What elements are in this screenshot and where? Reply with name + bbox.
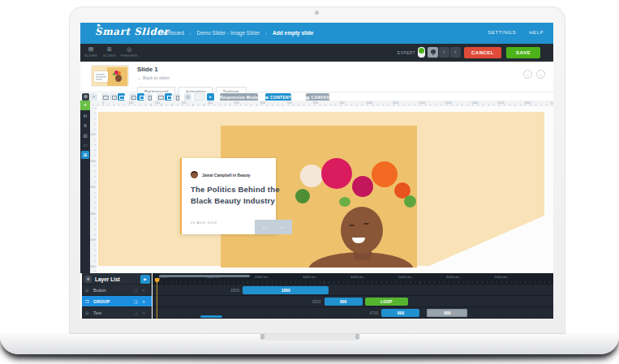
- settings-gear-icon[interactable]: ⚙: [82, 93, 89, 101]
- timeline-row-0[interactable]: 18001800: [153, 285, 553, 296]
- preview-button[interactable]: ◎ PREVIEW: [120, 44, 138, 62]
- timeline-tick-label: 6000 ms: [446, 275, 459, 279]
- layer-list-header: ≣ Layer List ▶: [82, 273, 152, 285]
- preview-icon: ◎: [120, 46, 138, 53]
- flower-crimson: [321, 158, 352, 189]
- duplicate-icon[interactable]: ❏: [134, 310, 137, 315]
- ruler-toggle-icon[interactable]: ▤: [184, 93, 191, 101]
- zoom-step-button[interactable]: ▸: [207, 93, 214, 101]
- prev-slide-circle-button[interactable]: ‹: [523, 70, 532, 79]
- slider-view-button[interactable]: ▤ SLIDER: [82, 44, 100, 62]
- animation-bar-blue[interactable]: 800: [381, 309, 419, 317]
- author-avatar: [191, 171, 198, 178]
- canvas-mode-button[interactable]: ▤CANVAS: [306, 93, 329, 101]
- device-desktop-small-icon[interactable]: [110, 93, 117, 101]
- layer-row-text[interactable]: ⊙ Text ❏ ✕: [82, 307, 152, 319]
- device-desktop-active-icon[interactable]: [118, 93, 125, 101]
- ruler-label: 1400: [471, 101, 478, 105]
- layer-row-group[interactable]: ❒ GROUP ❏ ✕: [82, 296, 152, 307]
- timeline-row-1[interactable]: 3500800LOOP: [153, 296, 553, 307]
- play-animations-button[interactable]: ▶: [140, 275, 150, 284]
- timeline-tick-label: 4000 ms: [350, 275, 363, 279]
- expert-toggle[interactable]: [418, 47, 425, 58]
- link-icon[interactable]: ∞: [90, 93, 97, 101]
- align-right-icon[interactable]: [173, 93, 180, 101]
- save-button[interactable]: SAVE: [506, 47, 540, 58]
- ruler-label: 500: [234, 101, 239, 105]
- undo-button[interactable]: ‹: [439, 47, 449, 58]
- timeline-playhead[interactable]: [157, 278, 157, 319]
- ruler-label: 400: [208, 101, 213, 105]
- bell-icon: [431, 49, 436, 54]
- device-mobile-icon[interactable]: [145, 93, 153, 101]
- layer-row-button[interactable]: ⊙ Button ❏ ✕: [82, 285, 152, 296]
- next-slide-circle-button[interactable]: ›: [536, 70, 545, 79]
- list-icon: ≣: [84, 276, 92, 283]
- card-nav-arrows[interactable]: ← →: [255, 220, 292, 234]
- card-arrow-left-icon[interactable]: ←: [262, 224, 268, 230]
- duplicate-icon[interactable]: ❏: [134, 288, 137, 293]
- responsive-mode-button[interactable]: Responsive Mode: [220, 93, 258, 101]
- ruler-label: 200: [90, 160, 95, 163]
- timeline-tick-label: 3000 ms: [303, 275, 316, 279]
- device-tablet-icon[interactable]: [129, 93, 136, 101]
- animation-timeline[interactable]: 0 ms1000 ms2000 ms3000 ms4000 ms5000 ms6…: [153, 273, 553, 319]
- zoom-value-box[interactable]: [194, 93, 205, 101]
- folder-icon[interactable]: ❒: [85, 299, 88, 304]
- flower-leaf-right: [404, 195, 416, 208]
- delete-icon[interactable]: ✕: [142, 299, 145, 304]
- card-title[interactable]: The Politics Behind the Black Beauty Ind…: [191, 184, 280, 207]
- heading-layer-icon[interactable]: H: [81, 112, 89, 120]
- animation-bar-blue[interactable]: 1800: [243, 286, 329, 294]
- animation-bar-green[interactable]: LOOP: [365, 298, 408, 306]
- more-layers-icon[interactable]: ⊞: [81, 151, 89, 159]
- text-layer-icon[interactable]: ≣: [81, 122, 89, 130]
- help-link[interactable]: HELP: [529, 30, 544, 35]
- flower-white-rose: [300, 165, 323, 187]
- card-arrow-right-icon[interactable]: →: [279, 224, 285, 230]
- slide-thumbnail[interactable]: [91, 65, 129, 87]
- notifications-button[interactable]: [428, 47, 438, 58]
- ruler-label: 1500: [498, 101, 505, 105]
- back-to-slider-link[interactable]: ← Back to slider: [137, 75, 170, 80]
- woman-head: [341, 207, 383, 254]
- expert-label: EXPERT: [398, 50, 415, 55]
- timeline-bottom-scrollbar[interactable]: [200, 315, 222, 318]
- slides-icon: ⊞: [101, 46, 118, 53]
- layer-list-panel: ≣ Layer List ▶ ⊙ Button ❏ ✕ ❒ GROUP ❏ ✕ …: [82, 273, 152, 319]
- slides-view-button[interactable]: ⊞ SLIDES: [101, 44, 118, 62]
- slide-title: Slide 1: [137, 66, 158, 73]
- timeline-tick-label: 7000 ms: [494, 275, 507, 279]
- align-center-active-icon[interactable]: [165, 93, 172, 101]
- duplicate-icon[interactable]: ❏: [134, 299, 137, 304]
- timeline-scrollbar[interactable]: [159, 275, 250, 277]
- breadcrumb-add-empty-slide[interactable]: Add empty slide: [273, 30, 313, 36]
- delete-icon[interactable]: ✕: [142, 288, 145, 293]
- image-layer-icon[interactable]: ▨: [81, 131, 89, 139]
- slide-canvas[interactable]: Jamal Campbell in Beauty The Politics Be…: [97, 106, 553, 273]
- eye-icon[interactable]: ⊙: [85, 310, 88, 315]
- add-layer-button[interactable]: +: [80, 101, 90, 110]
- device-tablet-active-icon[interactable]: [137, 93, 144, 101]
- align-left-icon[interactable]: [157, 93, 164, 101]
- button-layer-icon[interactable]: ▭: [81, 141, 89, 149]
- ruler-label: 900: [340, 101, 345, 105]
- animation-bar-gray[interactable]: 800: [427, 309, 467, 317]
- card-date: 25 AUG 2018: [191, 221, 217, 225]
- device-desktop-icon[interactable]: [101, 93, 109, 101]
- redo-button[interactable]: ›: [450, 47, 461, 58]
- laptop-notch: [261, 334, 359, 340]
- content-mode-button[interactable]: ⊞CONTENT: [265, 93, 291, 101]
- animation-bar-blue[interactable]: 800: [325, 298, 363, 306]
- article-card-layer[interactable]: Jamal Campbell in Beauty The Politics Be…: [180, 158, 276, 234]
- app-screen: ⚑ Smart Slider Dashboard › Demo Slider -…: [80, 23, 553, 319]
- slider-view-label: SLIDER: [82, 54, 100, 58]
- layer-name: GROUP: [93, 299, 110, 304]
- breadcrumb-dashboard[interactable]: Dashboard: [158, 30, 184, 36]
- breadcrumb-slider[interactable]: Demo Slider - Image Slider: [196, 30, 260, 36]
- settings-link[interactable]: SETTINGS: [488, 30, 516, 35]
- delete-icon[interactable]: ✕: [142, 310, 145, 315]
- vertical-ruler: 100200300400500600: [90, 106, 97, 273]
- eye-icon[interactable]: ⊙: [85, 288, 88, 293]
- cancel-button[interactable]: CANCEL: [464, 47, 501, 58]
